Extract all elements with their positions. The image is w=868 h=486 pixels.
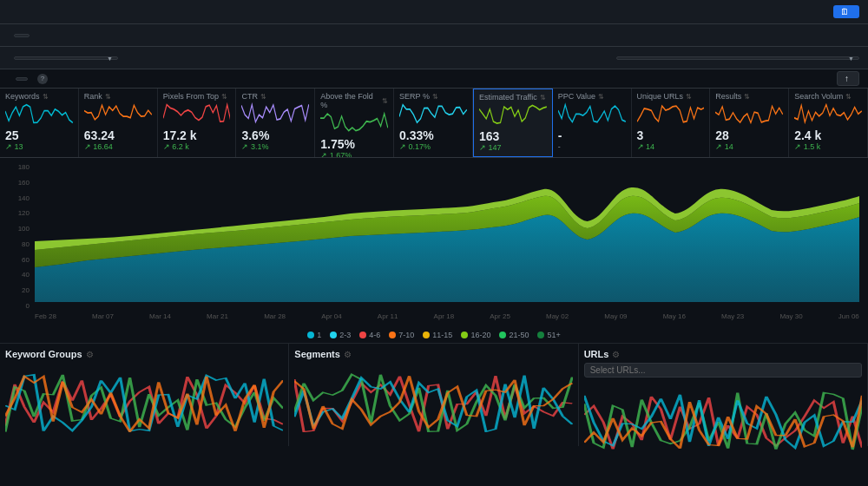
panel-chart — [294, 363, 572, 432]
stat-card-pixels-from-top[interactable]: Pixels From Top ⇅ 17.2 k ↗ 6.2 k — [158, 89, 237, 157]
y-label: 100 — [18, 225, 30, 233]
stat-card-above-the-fold-%[interactable]: Above the Fold % ⇅ 1.75% ↗ 1.67% — [315, 89, 394, 157]
brand-type-selector[interactable] — [14, 34, 30, 37]
stat-value: 3 — [637, 128, 705, 142]
mini-chart — [637, 102, 705, 125]
sort-icon[interactable]: ⇅ — [221, 93, 227, 101]
legend-label: 51+ — [547, 331, 560, 339]
segment-select-wrap[interactable] — [14, 56, 118, 60]
sort-icon[interactable]: ⇅ — [105, 93, 111, 101]
gear-icon[interactable]: ⚙ — [86, 350, 94, 359]
sort-icon[interactable]: ⇅ — [260, 93, 266, 101]
stat-name: Keywords — [5, 92, 40, 101]
gear-icon[interactable]: ⚙ — [344, 350, 352, 359]
segment-bar — [0, 47, 868, 69]
panel-title: Keyword Groups — [5, 349, 82, 359]
x-axis: Feb 28Mar 07Mar 14Mar 21Mar 28Apr 04Apr … — [35, 311, 859, 320]
stat-value: 163 — [479, 129, 547, 143]
sort-icon[interactable]: ⇅ — [744, 93, 750, 101]
legend-label: 4-6 — [369, 331, 380, 339]
mini-chart — [715, 102, 783, 125]
legend-dot — [307, 332, 314, 338]
stat-name: SERP % — [399, 92, 430, 101]
y-label: 40 — [22, 271, 30, 279]
stat-name: PPC Value — [558, 92, 595, 101]
legend-item[interactable]: 16-20 — [461, 331, 490, 339]
stat-card-ctr[interactable]: CTR ⇅ 3.6% ↗ 3.1% — [236, 89, 315, 157]
bottom-panel-segments: Segments ⚙ — [289, 344, 578, 446]
stat-name: Results — [715, 92, 741, 101]
y-label: 160 — [18, 179, 30, 187]
y-label: 120 — [18, 209, 30, 217]
x-label: May 23 — [721, 312, 744, 320]
x-label: Mar 07 — [92, 312, 114, 320]
x-label: May 30 — [779, 312, 802, 320]
mini-chart — [84, 102, 152, 125]
stat-card-results[interactable]: Results ⇅ 28 ↗ 14 — [710, 89, 789, 157]
segment-select[interactable] — [14, 56, 118, 60]
sort-icon[interactable]: ⇅ — [43, 93, 49, 101]
bottom-panel-urls: URLs ⚙ — [579, 344, 868, 446]
stat-change: ↗ 6.2 k — [163, 142, 231, 151]
y-label: 180 — [18, 163, 30, 171]
stat-value: 3.6% — [241, 128, 309, 142]
metric-bar: ? ↑ — [0, 69, 868, 89]
stat-card-estimated-traffic[interactable]: Estimated Traffic ⇅ 163 ↗ 147 — [473, 89, 553, 157]
x-label: Feb 28 — [35, 312, 56, 320]
gear-icon[interactable]: ⚙ — [612, 350, 620, 359]
y-axis: 180160140120100806040200 — [9, 163, 30, 310]
legend-item[interactable]: 2-3 — [330, 331, 351, 339]
x-label: Mar 21 — [207, 312, 228, 320]
x-label: Mar 28 — [264, 312, 286, 320]
legend-label: 11-15 — [432, 331, 452, 339]
stat-card-rank[interactable]: Rank ⇅ 63.24 ↗ 16.64 — [79, 89, 158, 157]
legend-item[interactable]: 21-50 — [499, 331, 529, 339]
mini-chart — [558, 102, 626, 125]
sort-icon[interactable]: ⇅ — [432, 93, 438, 101]
mini-chart — [479, 103, 547, 126]
panel-title: Segments — [294, 349, 340, 359]
legend-item[interactable]: 11-15 — [423, 331, 452, 339]
main-chart-svg — [35, 163, 859, 302]
stat-card-keywords[interactable]: Keywords ⇅ 25 ↗ 13 — [0, 89, 79, 157]
x-label: Apr 11 — [378, 312, 398, 320]
y-label: 0 — [26, 302, 30, 310]
stat-change: ↗ 13 — [5, 142, 73, 151]
legend-label: 21-50 — [509, 331, 529, 339]
legend-item[interactable]: 51+ — [537, 331, 560, 339]
metric-select[interactable] — [16, 77, 28, 81]
y-label: 20 — [22, 286, 30, 294]
stat-card-unique-urls[interactable]: Unique URLs ⇅ 3 ↗ 14 — [632, 89, 711, 157]
legend-item[interactable]: 7-10 — [389, 331, 414, 339]
keyword-group-select-wrap[interactable] — [616, 56, 859, 60]
mini-chart — [241, 102, 309, 125]
legend-item[interactable]: 1 — [307, 331, 321, 339]
legend-label: 16-20 — [470, 331, 490, 339]
sort-icon[interactable]: ⇅ — [540, 94, 546, 102]
show-changes-button[interactable]: ? — [35, 74, 48, 84]
stat-value: 2.4 k — [794, 128, 862, 142]
keyword-group-select[interactable] — [616, 56, 859, 60]
legend-dot — [330, 332, 337, 338]
y-label: 140 — [18, 194, 30, 202]
x-label: May 09 — [604, 312, 627, 320]
x-label: Apr 18 — [434, 312, 455, 320]
date-range[interactable]: 🗓 — [833, 5, 859, 18]
sort-icon[interactable]: ⇅ — [598, 93, 604, 101]
stat-card-search-volum[interactable]: Search Volum ⇅ 2.4 k ↗ 1.5 k — [789, 89, 868, 157]
x-label: Apr 25 — [490, 312, 510, 320]
stats-row: Keywords ⇅ 25 ↗ 13 Rank ⇅ 63.24 ↗ 16.64 … — [0, 89, 868, 158]
stat-change: ↗ 3.1% — [241, 142, 309, 151]
stat-name: Unique URLs — [637, 92, 684, 101]
stat-card-serp-%[interactable]: SERP % ⇅ 0.33% ↗ 0.17% — [394, 89, 473, 157]
export-button[interactable]: ↑ — [837, 71, 859, 86]
legend-dot — [461, 332, 468, 338]
url-input[interactable] — [584, 363, 862, 378]
sort-icon[interactable]: ⇅ — [845, 93, 852, 101]
stat-change: ↗ 147 — [479, 143, 547, 152]
sort-icon[interactable]: ⇅ — [382, 97, 388, 105]
sort-icon[interactable]: ⇅ — [686, 93, 692, 101]
stat-value: 1.75% — [320, 137, 388, 151]
legend-item[interactable]: 4-6 — [359, 331, 380, 339]
stat-card-ppc-value[interactable]: PPC Value ⇅ - - — [553, 89, 632, 157]
